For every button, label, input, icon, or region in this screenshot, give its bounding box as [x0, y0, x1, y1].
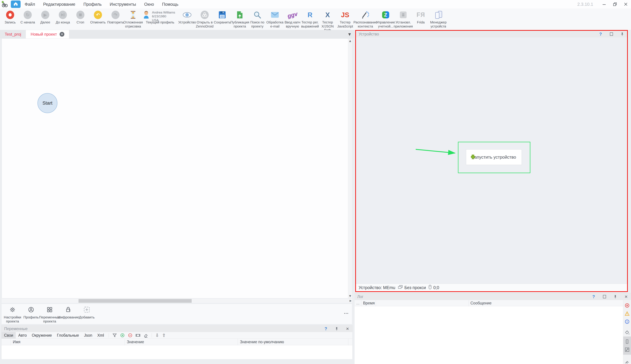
restore-button[interactable]	[612, 1, 618, 7]
errors-filter-icon[interactable]	[624, 303, 630, 308]
maximize-panel-icon[interactable]	[609, 32, 613, 36]
menu-file[interactable]: Файл	[21, 0, 39, 8]
scrollbar-thumb[interactable]	[79, 299, 192, 303]
tab-own-variables[interactable]: Свои	[2, 332, 16, 338]
home-icon	[13, 2, 18, 7]
tab-xml[interactable]: Xml	[95, 332, 107, 338]
hourglass-icon	[130, 10, 136, 20]
fit-to-window-icon[interactable]	[624, 347, 630, 352]
paint-bucket-icon[interactable]	[624, 330, 630, 335]
move-down-icon[interactable]: ⇩	[155, 333, 159, 338]
brush-icon[interactable]	[624, 359, 630, 364]
xjson-tester-button[interactable]: X Тестер X/JSON Path	[319, 10, 336, 32]
open-in-zennodroid-button[interactable]: Открыть в ZennoDroid	[196, 10, 213, 28]
device-scroll-icon[interactable]	[624, 339, 630, 344]
tab-auto-variables[interactable]: Авто	[16, 332, 29, 338]
account-management-button[interactable]: Z Управление учетной...	[377, 10, 394, 28]
scroll-right-icon[interactable]: ▶	[350, 299, 352, 302]
email-processing-button[interactable]: Обработка e-mail	[266, 10, 283, 28]
js-tester-button[interactable]: JS Тестер JavaScript	[337, 10, 354, 28]
canvas-vertical-scrollbar[interactable]: ▲ ▼	[348, 39, 352, 298]
remove-variable-icon[interactable]	[128, 333, 133, 338]
filter-icon[interactable]	[112, 333, 117, 338]
step-next-button[interactable]: ▶ Далее	[37, 10, 54, 24]
project-search-button[interactable]: Поиск по проекту	[249, 10, 266, 28]
column-message[interactable]: Сообщение	[469, 300, 623, 306]
help-icon[interactable]: ?	[324, 326, 328, 331]
project-variables-button[interactable]: Переменные проекта	[41, 306, 58, 323]
close-panel-icon[interactable]: ×	[345, 326, 350, 331]
from-start-button[interactable]: ↻ С начала	[19, 10, 36, 24]
mouse-icon	[429, 285, 432, 290]
scroll-down-icon[interactable]: ▼	[349, 294, 351, 298]
deferred-render-button[interactable]: Отложенная отрисовка	[125, 10, 142, 28]
regex-tester-button[interactable]: R Тестер рег. выражений	[302, 10, 318, 28]
device-panel: Устройство ?	[355, 30, 628, 292]
device-status-text: Устройство: MEmu	[359, 285, 395, 290]
menu-window[interactable]: Окно	[140, 0, 158, 8]
scroll-up-icon[interactable]: ▲	[349, 39, 351, 43]
minimize-button[interactable]	[601, 1, 607, 7]
rename-icon[interactable]	[136, 333, 140, 338]
add-variable-icon[interactable]	[120, 333, 125, 338]
help-icon[interactable]: ?	[591, 294, 596, 299]
device-manager-button[interactable]: Менеджер устройств	[430, 10, 447, 28]
main-toolbar: Запись ↻ С начала ▶ Далее До конца Стоп …	[0, 8, 631, 30]
device-viewport[interactable]: Запустить устройство	[356, 38, 627, 284]
maximize-panel-icon[interactable]	[602, 294, 607, 299]
pin-icon[interactable]	[620, 32, 624, 36]
project-profile-button[interactable]: Профиль	[23, 306, 39, 319]
column-more[interactable]: ...	[355, 300, 361, 306]
project-settings-button[interactable]: Настройки проекта	[4, 306, 21, 323]
more-options-button[interactable]: ...	[344, 310, 349, 315]
help-icon[interactable]: ?	[598, 32, 603, 36]
eraser-icon[interactable]	[143, 333, 148, 338]
column-name[interactable]: Имя	[11, 339, 125, 345]
undo-button[interactable]: ↶ Отменить	[90, 10, 106, 24]
variables-table-body[interactable]	[2, 345, 352, 359]
close-panel-icon[interactable]: ×	[624, 294, 628, 299]
titlebar: Файл Редактирование Профиль Инструменты …	[0, 0, 631, 8]
tab-close-icon[interactable]: ✕	[60, 32, 64, 36]
pin-icon[interactable]	[334, 326, 339, 331]
info-filter-icon[interactable]	[624, 319, 630, 324]
log-messages[interactable]	[355, 306, 623, 364]
menu-tools[interactable]: Инструменты	[106, 0, 140, 8]
context-recognition-button[interactable]: Распознавание контекста	[354, 10, 377, 28]
tab-test-proj[interactable]: Test_proj	[0, 30, 26, 38]
column-value[interactable]: Значение	[125, 339, 238, 345]
manual-captcha-button[interactable]: ggv Ввод капч вручную	[284, 10, 301, 28]
launch-device-button[interactable]: Запустить устройство	[466, 149, 522, 165]
project-canvas[interactable]: Start ▲ ▼	[2, 38, 352, 298]
menu-edit[interactable]: Редактирование	[39, 0, 79, 8]
tab-json[interactable]: Json	[82, 332, 95, 338]
close-button[interactable]	[623, 1, 629, 7]
device-view-button[interactable]: Устройство	[179, 10, 196, 24]
move-up-icon[interactable]: ⇧	[162, 333, 166, 338]
current-profile-button[interactable]: Andrea Williams 6/23/1980 USA Текущий пр…	[142, 10, 178, 24]
tab-overflow-chevron-icon[interactable]: ▼	[348, 32, 355, 36]
menu-profile[interactable]: Профиль	[79, 0, 106, 8]
frida-button[interactable]: FЯ Frida	[412, 10, 429, 24]
pin-icon[interactable]	[613, 294, 617, 299]
start-node[interactable]: Start	[38, 93, 58, 113]
stop-button[interactable]: Стоп	[72, 10, 89, 24]
installed-apps-button[interactable]: Установл. приложения	[395, 10, 412, 28]
add-button[interactable]: Добавить	[79, 306, 95, 319]
column-default-value[interactable]: Значение по-умолчанию	[238, 339, 348, 345]
proxy-status[interactable]: Без прокси	[398, 285, 426, 290]
canvas-horizontal-scrollbar[interactable]: ▶	[2, 299, 352, 303]
encryption-button[interactable]: Шифрование	[60, 306, 77, 319]
warnings-filter-icon[interactable]	[624, 311, 630, 316]
redo-button[interactable]: ↷ Повторить	[107, 10, 124, 24]
column-time[interactable]: Время	[361, 300, 376, 306]
tab-environment-variables[interactable]: Окружение	[29, 332, 54, 338]
record-button[interactable]: Запись	[2, 10, 19, 24]
tab-new-project[interactable]: Новый проект ✕	[26, 30, 69, 38]
tab-global-variables[interactable]: Глобальные	[54, 332, 82, 338]
menu-help[interactable]: Помощь	[158, 0, 183, 8]
publish-project-button[interactable]: Публикация проекта	[231, 10, 248, 28]
home-button[interactable]	[11, 0, 21, 8]
run-to-end-button[interactable]: До конца	[54, 10, 71, 24]
save-button[interactable]: Сохранить	[214, 10, 231, 24]
